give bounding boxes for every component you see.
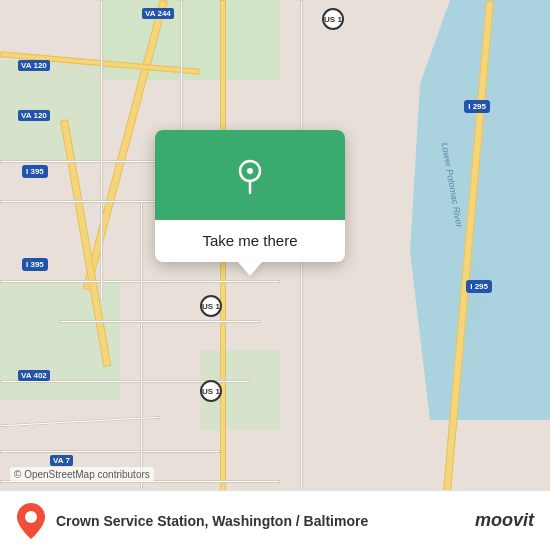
- shield-va402: VA 402: [18, 370, 50, 381]
- shield-us1-mid: US 1: [200, 295, 222, 317]
- shield-va244: VA 244: [142, 8, 174, 19]
- take-me-there-button[interactable]: Take me there: [202, 232, 297, 249]
- shield-i395-2: I 395: [22, 258, 48, 271]
- moovit-logo: moovit: [475, 510, 534, 531]
- shield-i295-top: I 295: [464, 100, 490, 113]
- location-pin-icon: [228, 153, 272, 197]
- highway-us1-road: [220, 0, 226, 550]
- popup-green-header: [155, 130, 345, 220]
- road-extra-3: [0, 416, 160, 427]
- osm-attribution: © OpenStreetMap contributors: [10, 467, 154, 482]
- shield-va120-1: VA 120: [18, 60, 50, 71]
- location-title: Crown Service Station, Washington / Balt…: [56, 513, 475, 529]
- shield-us1-bot: US 1: [200, 380, 222, 402]
- road-v1: [100, 0, 103, 300]
- shield-us1-top: US 1: [322, 8, 344, 30]
- popup-card: Take me there: [155, 130, 345, 262]
- bottom-bar: Crown Service Station, Washington / Balt…: [0, 490, 550, 550]
- svg-point-2: [25, 511, 37, 523]
- park-area-3: [0, 60, 100, 160]
- shield-va7: VA 7: [50, 455, 73, 466]
- shield-i395-1: I 395: [22, 165, 48, 178]
- bottom-bar-text: Crown Service Station, Washington / Balt…: [56, 513, 475, 529]
- svg-point-1: [247, 168, 253, 174]
- shield-va120-2: VA 120: [18, 110, 50, 121]
- road-h4: [0, 450, 220, 453]
- moovit-logo-text: moovit: [475, 510, 534, 531]
- popup-action-area[interactable]: Take me there: [155, 220, 345, 262]
- road-extra-2: [60, 320, 260, 323]
- road-extra-1: [0, 200, 180, 203]
- moovit-pin-icon: [16, 503, 46, 539]
- map-container: VA 244 US 1 VA 120 VA 120 I 395 I 395 US…: [0, 0, 550, 550]
- road-v2: [300, 0, 303, 550]
- shield-i295-bot: I 295: [466, 280, 492, 293]
